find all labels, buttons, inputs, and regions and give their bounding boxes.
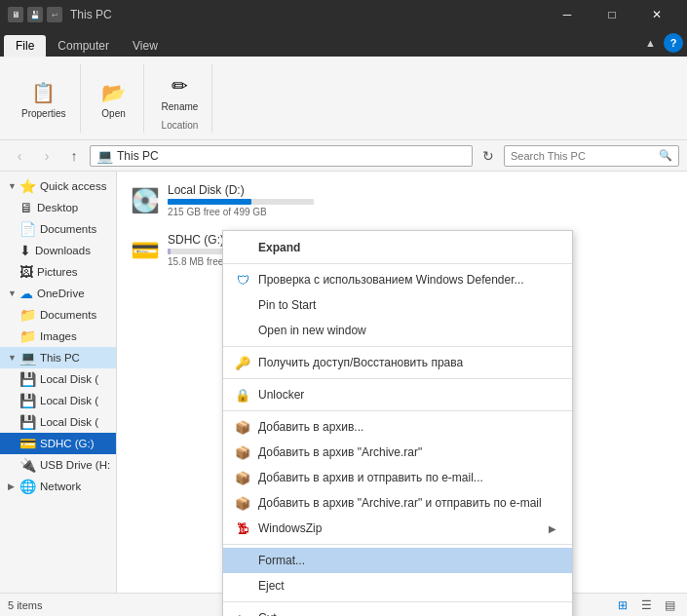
- quick-access-toolbar[interactable]: 💾: [27, 7, 43, 22]
- drive-d-bar-container: [168, 199, 314, 205]
- ctx-expand-label: Expand: [258, 241, 556, 254]
- ctx-add-rar-email[interactable]: 📦 Добавить в архив "Archive.rar" и отпра…: [223, 490, 572, 516]
- drive-sdhc-icon: 💳: [131, 237, 160, 264]
- pictures-icon: 🖼: [19, 264, 33, 280]
- rename-button[interactable]: ✏ Rename: [156, 66, 205, 116]
- network-icon: 🌐: [19, 479, 36, 494]
- tab-view[interactable]: View: [121, 35, 170, 57]
- properties-button[interactable]: 📋 Properties: [16, 73, 72, 123]
- documents-icon: 📄: [19, 221, 36, 237]
- up-button[interactable]: ↑: [62, 144, 86, 168]
- network-expand-icon: ▶: [8, 481, 19, 491]
- sidebar-label-local-disk-d: Local Disk (: [40, 395, 98, 406]
- ctx-email-label: Добавить в архив и отправить по e-mail..…: [258, 471, 556, 484]
- details-view-button[interactable]: ▤: [660, 596, 679, 615]
- main-area: ▼ ⭐ Quick access 🖥 Desktop 📄 Documents ⬇…: [0, 172, 687, 593]
- sidebar-label-quick-access: Quick access: [40, 180, 106, 192]
- ctx-archive-label: Добавить в архив...: [258, 420, 556, 434]
- this-pc-expand-icon: ▼: [8, 353, 19, 363]
- sidebar-label-local-disk-c: Local Disk (: [40, 373, 98, 385]
- sidebar-item-documents[interactable]: 📄 Documents: [0, 218, 116, 240]
- minimize-button[interactable]: ─: [545, 0, 590, 29]
- sidebar-item-od-documents[interactable]: 📁 Documents: [0, 304, 116, 326]
- maximize-button[interactable]: □: [590, 0, 634, 29]
- ctx-unlocker[interactable]: 🔒 Unlocker: [223, 382, 572, 407]
- sidebar-item-desktop[interactable]: 🖥 Desktop: [0, 197, 116, 218]
- onedrive-icon: ☁: [19, 286, 33, 301]
- ctx-add-archive-rar[interactable]: 📦 Добавить в архив "Archive.rar": [223, 440, 572, 465]
- sidebar-item-network[interactable]: ▶ 🌐 Network: [0, 476, 116, 497]
- ribbon-group-open: 📂 Open: [85, 64, 144, 133]
- close-button[interactable]: ✕: [634, 0, 679, 29]
- ctx-open-new-window[interactable]: Open in new window: [223, 318, 572, 343]
- sidebar-label-sdhc: SDHC (G:): [40, 438, 95, 449]
- list-view-button[interactable]: ☰: [636, 596, 656, 615]
- tab-computer[interactable]: Computer: [46, 35, 121, 57]
- help-button[interactable]: ?: [664, 33, 683, 53]
- large-icons-view-button[interactable]: ⊞: [613, 596, 632, 615]
- ctx-add-email[interactable]: 📦 Добавить в архив и отправить по e-mail…: [223, 465, 572, 490]
- ribbon-group-properties: 📋 Properties: [8, 64, 81, 133]
- collapse-ribbon-button[interactable]: ▲: [645, 37, 656, 49]
- ctx-pin-to-start[interactable]: Pin to Start: [223, 292, 572, 318]
- content-area: 💽 Local Disk (D:) 215 GB free of 499 GB …: [117, 172, 687, 593]
- this-pc-icon: 💻: [19, 350, 36, 366]
- sidebar-label-usb-drive: USB Drive (H:: [40, 459, 110, 471]
- search-input[interactable]: [511, 150, 659, 162]
- sidebar-item-onedrive[interactable]: ▼ ☁ OneDrive: [0, 283, 116, 304]
- ribbon-tabs: File Computer View ▲ ?: [0, 29, 687, 57]
- sidebar-label-onedrive: OneDrive: [37, 288, 85, 299]
- address-bar-icon: 💻: [96, 148, 113, 164]
- tab-file[interactable]: File: [4, 35, 46, 57]
- sidebar-item-local-disk-d[interactable]: 💾 Local Disk (: [0, 390, 116, 411]
- ctx-windowszip-arrow: ▶: [549, 523, 556, 534]
- ctx-eject-icon: [235, 578, 250, 594]
- expand-icon: ▼: [8, 181, 19, 191]
- drive-d-size: 215 GB free of 499 GB: [168, 207, 673, 217]
- sidebar-item-local-disk-e[interactable]: 💾 Local Disk (: [0, 411, 116, 433]
- ctx-open-new-label: Open in new window: [258, 324, 556, 337]
- search-bar[interactable]: 🔍: [504, 145, 679, 167]
- window-controls: ─ □ ✕: [545, 0, 679, 29]
- ctx-windowszip[interactable]: 🗜 WindowsZip ▶: [223, 516, 572, 541]
- sidebar-item-pictures[interactable]: 🖼 Pictures: [0, 261, 116, 283]
- ctx-open-new-icon: [235, 323, 250, 338]
- ctx-format[interactable]: Format...: [223, 548, 572, 573]
- ctx-eject[interactable]: Eject: [223, 573, 572, 598]
- sidebar-item-downloads[interactable]: ⬇ Downloads: [0, 240, 116, 261]
- ctx-access-label: Получить доступ/Восстановить права: [258, 356, 556, 369]
- address-bar[interactable]: 💻 This PC: [90, 145, 473, 167]
- sidebar-item-this-pc[interactable]: ▼ 💻 This PC: [0, 347, 116, 368]
- sidebar-label-documents: Documents: [40, 223, 96, 235]
- ctx-expand[interactable]: Expand: [223, 235, 572, 260]
- drive-item-d[interactable]: 💽 Local Disk (D:) 215 GB free of 499 GB: [125, 179, 679, 221]
- ctx-archive-icon: 📦: [235, 419, 250, 435]
- ctx-cut[interactable]: ✂ Cut: [223, 605, 572, 616]
- ctx-defender[interactable]: 🛡 Проверка с использованием Windows Defe…: [223, 267, 572, 292]
- sidebar-item-od-images[interactable]: 📁 Images: [0, 326, 116, 347]
- title-bar-icons: 🖥 💾 ↩: [8, 7, 62, 22]
- sidebar-item-usb-drive[interactable]: 🔌 USB Drive (H:: [0, 454, 116, 476]
- forward-button[interactable]: ›: [35, 144, 58, 168]
- desktop-icon: 🖥: [19, 200, 33, 215]
- refresh-button[interactable]: ↻: [477, 144, 500, 168]
- sidebar-item-quick-access[interactable]: ▼ ⭐ Quick access: [0, 175, 116, 197]
- sidebar-item-sdhc[interactable]: 💳 SDHC (G:): [0, 433, 116, 454]
- rename-label: Rename: [162, 101, 199, 112]
- ctx-get-access[interactable]: 🔑 Получить доступ/Восстановить права: [223, 350, 572, 375]
- ctx-format-label: Format...: [258, 554, 556, 567]
- od-images-icon: 📁: [19, 328, 36, 344]
- od-documents-icon: 📁: [19, 307, 36, 323]
- ctx-add-archive[interactable]: 📦 Добавить в архив...: [223, 414, 572, 440]
- ctx-sep-3: [223, 378, 572, 379]
- location-label: Location: [162, 120, 199, 131]
- window-title: This PC: [70, 8, 545, 21]
- drive-d-name: Local Disk (D:): [168, 183, 673, 197]
- undo-btn[interactable]: ↩: [47, 7, 62, 22]
- drive-d-bar: [168, 199, 251, 205]
- local-disk-e-icon: 💾: [19, 414, 36, 430]
- sidebar-item-local-disk-c[interactable]: 💾 Local Disk (: [0, 368, 116, 390]
- sidebar-label-network: Network: [40, 481, 81, 492]
- open-button[interactable]: 📂 Open: [93, 73, 135, 123]
- back-button[interactable]: ‹: [8, 144, 31, 168]
